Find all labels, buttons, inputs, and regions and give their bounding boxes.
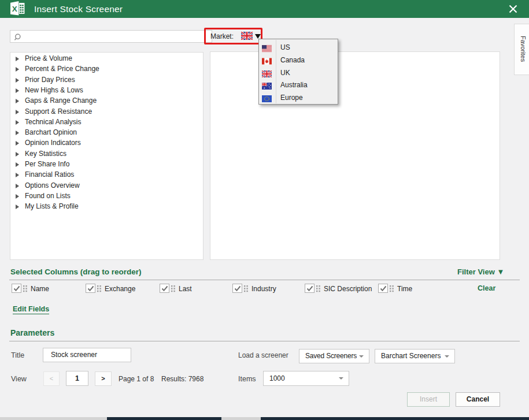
svg-text:X: X xyxy=(12,5,17,13)
